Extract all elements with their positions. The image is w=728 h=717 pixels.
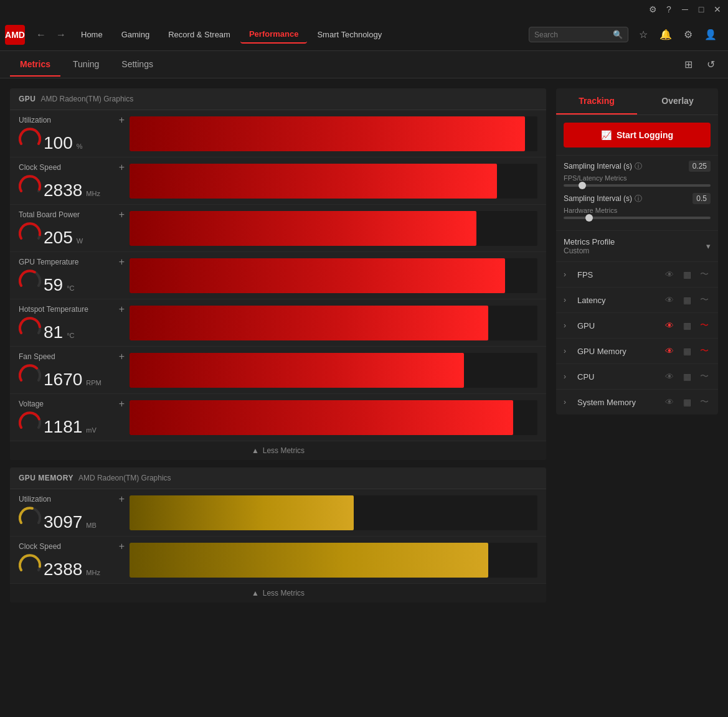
gpu-temp-value: 59: [44, 276, 63, 294]
sampling-hw-info-icon[interactable]: ⓘ: [635, 194, 642, 204]
sampling-hw-thumb[interactable]: [585, 214, 593, 222]
gpu-device: AMD Radeon(TM) Graphics: [41, 95, 134, 103]
sysmem-expand-icon[interactable]: ›: [564, 398, 574, 406]
nav-home[interactable]: Home: [72, 26, 111, 43]
sampling-fps-info-icon[interactable]: ⓘ: [635, 161, 642, 172]
cpu-bar-icon[interactable]: ▦: [681, 370, 693, 383]
gpumem-list-icons: 👁 ▦ 〜: [663, 345, 711, 357]
tab-tuning[interactable]: Tuning: [63, 53, 109, 77]
sysmem-label: System Memory: [577, 398, 659, 407]
gpumem-clockspeed-add[interactable]: +: [119, 541, 125, 551]
nav-record-stream[interactable]: Record & Stream: [159, 26, 239, 43]
maximize-icon[interactable]: □: [696, 4, 707, 15]
nav-smart-technology[interactable]: Smart Technology: [308, 26, 390, 43]
refresh-icon[interactable]: ↺: [703, 57, 718, 72]
list-item-gpu[interactable]: › GPU 👁 ▦ 〜: [556, 313, 718, 339]
gpu-utilization-unit: %: [77, 143, 83, 150]
list-item-latency[interactable]: › Latency 👁 ▦ 〜: [556, 288, 718, 313]
bookmark-icon[interactable]: ☆: [636, 27, 651, 42]
back-button[interactable]: ←: [32, 26, 50, 44]
fps-icons: 👁 ▦ 〜: [663, 268, 711, 281]
minimize-icon[interactable]: ─: [679, 4, 691, 15]
gpumem-less-metrics[interactable]: ▲ Less Metrics: [10, 584, 546, 602]
gpumem-line-icon[interactable]: 〜: [698, 345, 711, 357]
gpumem-expand-icon[interactable]: ›: [564, 347, 574, 355]
latency-eye-icon[interactable]: 👁: [663, 294, 676, 306]
sysmem-eye-icon[interactable]: 👁: [663, 396, 676, 408]
gpu-voltage-add[interactable]: +: [119, 399, 125, 409]
sysmem-line-icon[interactable]: 〜: [698, 396, 711, 408]
sampling-fps-slider[interactable]: [564, 184, 711, 187]
nav-icon-group: ☆ 🔔 ⚙ 👤: [631, 27, 723, 42]
tab-settings[interactable]: Settings: [111, 53, 163, 77]
gpu-voltage-bar: [130, 400, 513, 435]
gpu-fanspeed-add[interactable]: +: [119, 352, 125, 362]
gpumem-eye-icon[interactable]: 👁: [663, 345, 676, 357]
gpu-clockspeed-value: 2838: [44, 182, 82, 199]
fps-eye-icon[interactable]: 👁: [663, 268, 676, 281]
metrics-profile-value: Custom: [564, 246, 615, 255]
nav-performance[interactable]: Performance: [240, 26, 307, 44]
list-item-fps[interactable]: › FPS 👁 ▦ 〜: [556, 262, 718, 288]
gpumem-bar-icon[interactable]: ▦: [681, 345, 693, 357]
sampling-fps-thumb[interactable]: [579, 182, 586, 189]
list-item-gpu-memory[interactable]: › GPU Memory 👁 ▦ 〜: [556, 339, 718, 364]
gpu-line-icon[interactable]: 〜: [698, 319, 711, 332]
gpu-utilization-row: Utilization + 100 %: [10, 110, 546, 157]
gpu-hotspot-row: Hotspot Temperature + 81 °C: [10, 299, 546, 347]
sampling-hw-slider[interactable]: [564, 217, 711, 219]
left-panel: GPU AMD Radeon(TM) Graphics Utilization …: [10, 88, 546, 602]
list-item-system-memory[interactable]: › System Memory 👁 ▦ 〜: [556, 390, 718, 415]
cpu-expand-icon[interactable]: ›: [564, 372, 574, 381]
gpu-power-add[interactable]: +: [119, 210, 125, 220]
fps-bar-icon[interactable]: ▦: [681, 268, 693, 281]
gpu-eye-icon[interactable]: 👁: [663, 319, 676, 332]
account-icon[interactable]: 👤: [703, 27, 718, 42]
gpu-temp-row: GPU Temperature + 59 °C: [10, 252, 546, 299]
fps-label: FPS: [577, 270, 659, 279]
metrics-profile-chevron: ▾: [706, 241, 711, 251]
search-input[interactable]: [534, 30, 610, 39]
start-logging-button[interactable]: 📈 Start Logging: [564, 123, 711, 148]
cpu-icons: 👁 ▦ 〜: [663, 370, 711, 383]
tracking-tab-overlay[interactable]: Overlay: [637, 88, 718, 115]
grid-icon[interactable]: ⊞: [681, 57, 696, 72]
gpu-temp-label: GPU Temperature: [19, 258, 79, 266]
tracking-tab-tracking[interactable]: Tracking: [556, 88, 637, 115]
search-box[interactable]: 🔍: [529, 27, 628, 42]
sysmem-bar-icon[interactable]: ▦: [681, 396, 693, 408]
gpumem-clockspeed-label-area: Clock Speed + 2388 MHz: [19, 541, 125, 578]
gear-icon[interactable]: ⚙: [681, 27, 696, 42]
cpu-eye-icon[interactable]: 👁: [663, 370, 676, 383]
gpu-expand-icon[interactable]: ›: [564, 321, 574, 330]
latency-line-icon[interactable]: 〜: [698, 294, 711, 306]
gpu-less-metrics[interactable]: ▲ Less Metrics: [10, 441, 546, 460]
latency-bar-icon[interactable]: ▦: [681, 294, 693, 306]
close-icon[interactable]: ✕: [712, 4, 723, 15]
help-icon[interactable]: ?: [663, 4, 674, 15]
list-item-cpu[interactable]: › CPU 👁 ▦ 〜: [556, 364, 718, 390]
fps-line-icon[interactable]: 〜: [698, 268, 711, 281]
gpumem-clockspeed-row: Clock Speed + 2388 MHz: [10, 537, 546, 584]
gpu-hotspot-add[interactable]: +: [119, 304, 125, 314]
gpu-temp-add[interactable]: +: [119, 257, 125, 267]
gpumem-utilization-add[interactable]: +: [119, 494, 125, 504]
metrics-profile-section[interactable]: Metrics Profile Custom ▾: [556, 230, 718, 261]
gpu-clockspeed-add[interactable]: +: [119, 162, 125, 172]
settings-icon[interactable]: ⚙: [647, 4, 658, 15]
fps-expand-icon[interactable]: ›: [564, 270, 574, 279]
latency-icons: 👁 ▦ 〜: [663, 294, 711, 306]
sampling-hw-label: Sampling Interval (s) ⓘ: [564, 194, 642, 204]
gpumem-utilization-row: Utilization + 3097 MB: [10, 489, 546, 537]
gpu-memory-section: GPU Memory AMD Radeon(TM) Graphics Utili…: [10, 467, 546, 602]
gpu-bar-icon[interactable]: ▦: [681, 319, 693, 332]
gpu-hotspot-dial: [19, 316, 41, 338]
gpu-power-label: Total Board Power: [19, 210, 80, 219]
latency-expand-icon[interactable]: ›: [564, 296, 574, 304]
notification-icon[interactable]: 🔔: [658, 27, 673, 42]
forward-button[interactable]: →: [52, 26, 70, 44]
gpu-utilization-add[interactable]: +: [119, 115, 125, 125]
nav-gaming[interactable]: Gaming: [113, 26, 159, 43]
tab-metrics[interactable]: Metrics: [10, 53, 60, 77]
cpu-line-icon[interactable]: 〜: [698, 370, 711, 383]
